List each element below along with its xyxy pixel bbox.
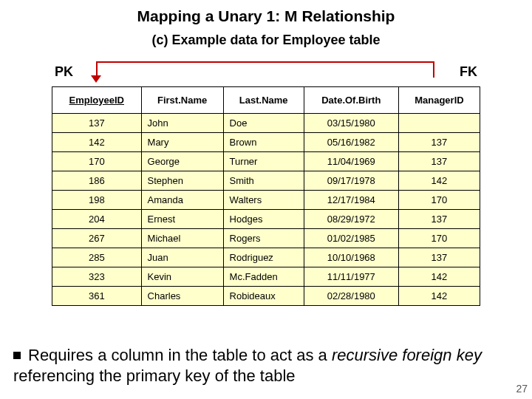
table-row: 285JuanRodriguez10/10/1968137: [52, 248, 480, 267]
cell-lastname: Robideaux: [223, 287, 304, 306]
table-row: 198AmandaWalters12/17/1984170: [52, 191, 480, 210]
cell-firstname: Kevin: [141, 267, 223, 287]
cell-lastname: Rogers: [223, 229, 304, 248]
bullet-text-pre: Requires a column in the table to act as…: [28, 346, 332, 364]
recursive-fk-connector: [96, 61, 434, 78]
cell-managerid: 137: [398, 133, 480, 152]
cell-managerid: [398, 114, 480, 133]
cell-lastname: Turner: [223, 152, 304, 171]
cell-managerid: 137: [398, 248, 480, 267]
col-firstname: First.Name: [141, 87, 223, 114]
table-row: 267MichaelRogers01/02/1985170: [52, 229, 480, 248]
cell-dob: 11/04/1969: [304, 152, 398, 171]
cell-dob: 03/15/1980: [304, 114, 398, 133]
col-employeeid: EmployeeID: [52, 87, 142, 114]
cell-firstname: Juan: [141, 248, 223, 267]
table-header-row: EmployeeID First.Name Last.Name Date.Of.…: [52, 87, 480, 114]
cell-dob: 08/29/1972: [304, 210, 398, 229]
fk-label: FK: [460, 64, 477, 80]
col-dob: Date.Of.Birth: [304, 87, 398, 114]
cell-firstname: George: [141, 152, 223, 171]
cell-lastname: Doe: [223, 114, 304, 133]
cell-firstname: Mary: [141, 133, 223, 152]
cell-employeeid: 170: [52, 152, 142, 171]
cell-dob: 10/10/1968: [304, 248, 398, 267]
table-row: 204ErnestHodges08/29/1972137: [52, 210, 480, 229]
cell-employeeid: 142: [52, 133, 142, 152]
cell-employeeid: 361: [52, 287, 142, 306]
bullet-point: Requires a column in the table to act as…: [13, 345, 516, 386]
col-lastname: Last.Name: [223, 87, 304, 114]
cell-dob: 01/02/1985: [304, 229, 398, 248]
table-row: 186StephenSmith09/17/1978142: [52, 171, 480, 191]
cell-managerid: 170: [398, 229, 480, 248]
cell-employeeid: 198: [52, 191, 142, 210]
cell-employeeid: 285: [52, 248, 142, 267]
key-connector-layer: PK FK: [52, 61, 480, 86]
cell-dob: 12/17/1984: [304, 191, 398, 210]
employee-table: EmployeeID First.Name Last.Name Date.Of.…: [52, 86, 480, 306]
cell-managerid: 142: [398, 267, 480, 287]
cell-managerid: 137: [398, 152, 480, 171]
pk-label: PK: [55, 64, 73, 80]
cell-employeeid: 267: [52, 229, 142, 248]
cell-lastname: Smith: [223, 171, 304, 191]
cell-firstname: Ernest: [141, 210, 223, 229]
table-row: 170GeorgeTurner11/04/1969137: [52, 152, 480, 171]
cell-firstname: Amanda: [141, 191, 223, 210]
cell-dob: 05/16/1982: [304, 133, 398, 152]
cell-dob: 09/17/1978: [304, 171, 398, 191]
cell-firstname: Charles: [141, 287, 223, 306]
cell-firstname: John: [141, 114, 223, 133]
cell-employeeid: 323: [52, 267, 142, 287]
cell-lastname: Brown: [223, 133, 304, 152]
table-row: 142MaryBrown05/16/1982137: [52, 133, 480, 152]
cell-dob: 11/11/1977: [304, 267, 398, 287]
cell-managerid: 142: [398, 171, 480, 191]
cell-managerid: 137: [398, 210, 480, 229]
bullet-text-em: recursive foreign key: [332, 346, 482, 364]
cell-firstname: Michael: [141, 229, 223, 248]
cell-lastname: Hodges: [223, 210, 304, 229]
cell-dob: 02/28/1980: [304, 287, 398, 306]
cell-employeeid: 204: [52, 210, 142, 229]
bullet-text-post: referencing the primary key of the table: [13, 366, 296, 385]
cell-managerid: 170: [398, 191, 480, 210]
cell-employeeid: 186: [52, 171, 142, 191]
col-managerid: ManagerID: [398, 87, 480, 114]
slide-subtitle: (c) Example data for Employee table: [0, 33, 532, 48]
table-row: 137JohnDoe03/15/1980: [52, 114, 480, 133]
cell-firstname: Stephen: [141, 171, 223, 191]
cell-employeeid: 137: [52, 114, 142, 133]
cell-managerid: 142: [398, 287, 480, 306]
table-row: 323KevinMc.Fadden11/11/1977142: [52, 267, 480, 287]
cell-lastname: Mc.Fadden: [223, 267, 304, 287]
arrowhead-icon: [91, 75, 101, 83]
page-number: 27: [516, 383, 528, 395]
slide-title: Mapping a Unary 1: M Relationship: [0, 0, 532, 25]
cell-lastname: Rodriguez: [223, 248, 304, 267]
cell-lastname: Walters: [223, 191, 304, 210]
table-row: 361CharlesRobideaux02/28/1980142: [52, 287, 480, 306]
square-bullet-icon: [13, 352, 21, 359]
